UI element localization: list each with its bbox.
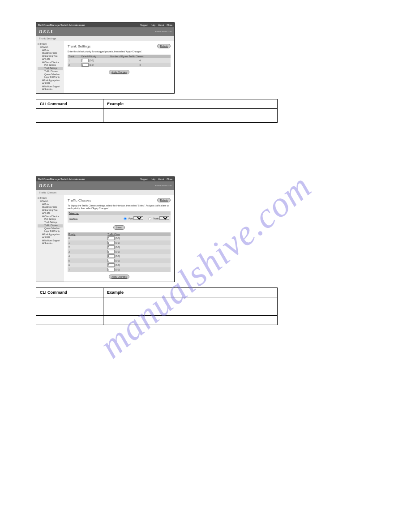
traffic-table: Priority Traffic Class 0 (0-3) 1 (0-3) 2… bbox=[68, 232, 171, 272]
interface-label: Interface bbox=[69, 218, 77, 220]
support-link[interactable]: Support bbox=[140, 24, 148, 26]
refresh-button[interactable]: Refresh bbox=[157, 44, 171, 48]
tree-node[interactable]: ⊞ VLAN bbox=[38, 58, 63, 61]
select-button[interactable]: Select bbox=[113, 225, 125, 230]
cell-priority: 2 bbox=[68, 245, 107, 249]
col-priority: Priority bbox=[68, 232, 107, 236]
nav-tree[interactable]: ⊟ System ⊟ Switch ⊞ Ports ⊞ Address Tabl… bbox=[36, 195, 64, 282]
tree-node[interactable]: ⊞ VLAN bbox=[38, 212, 63, 215]
cli-header-command: CLI Command bbox=[36, 99, 103, 109]
tree-node[interactable]: Trunk Settings bbox=[38, 221, 63, 224]
breadcrumb: Traffic Classes bbox=[36, 190, 174, 195]
tree-node[interactable]: ⊞ SNMP bbox=[38, 236, 63, 240]
tree-node[interactable]: ⊞ Link Aggregation bbox=[38, 79, 63, 82]
range-label: (0-3) bbox=[116, 246, 120, 249]
tree-node[interactable]: ⊞ SNMP bbox=[38, 82, 63, 86]
tree-node[interactable]: Layer 3/4 Priority bbox=[38, 76, 63, 79]
trunk-select[interactable]: 1 bbox=[159, 216, 169, 220]
tree-node[interactable]: ⊞ Link Aggregation bbox=[38, 233, 63, 236]
page-heading: Traffic Classes bbox=[68, 198, 91, 202]
nav-tree[interactable]: ⊟ System ⊟ Switch ⊞ Ports ⊞ Address Tabl… bbox=[36, 41, 64, 93]
tree-node[interactable]: ⊞ Address Table bbox=[38, 206, 63, 209]
document-page: Dell OpenManage Switch Administrator Sup… bbox=[0, 0, 411, 348]
close-link[interactable]: Close bbox=[167, 178, 172, 180]
tree-node[interactable]: ⊞ Spanning Tree bbox=[38, 209, 63, 212]
tree-node[interactable]: ⊞ Spanning Tree bbox=[38, 55, 63, 58]
tree-node[interactable]: ⊟ Switch bbox=[38, 200, 63, 203]
cli-table-2: CLI Command Example bbox=[36, 287, 278, 325]
tree-node[interactable]: ⊞ Address Table bbox=[38, 52, 63, 55]
logo-bar: DELL PowerConnect 3248 bbox=[36, 181, 174, 190]
cell-priority: 4 bbox=[68, 254, 107, 258]
tree-node[interactable]: ⊟ Class of Service bbox=[38, 61, 63, 64]
page-heading: Trunk Settings bbox=[68, 44, 90, 48]
cell-priority: 1 bbox=[68, 240, 107, 245]
trunk-table: Trunk Default Priority Number of Egress … bbox=[68, 55, 171, 67]
class-input[interactable] bbox=[107, 263, 115, 267]
trunk-radio[interactable] bbox=[148, 217, 151, 220]
dell-logo: DELL bbox=[39, 183, 54, 188]
range-label: (0-3) bbox=[116, 268, 120, 271]
port-select[interactable]: 1 bbox=[133, 216, 143, 220]
apply-changes-button[interactable]: Apply Changes bbox=[109, 275, 129, 279]
breadcrumb: Trunk Settings bbox=[36, 36, 174, 41]
class-input[interactable] bbox=[107, 250, 115, 253]
logo-bar: DELL PowerConnect 3248 bbox=[36, 27, 174, 36]
priority-input[interactable] bbox=[81, 59, 89, 62]
class-input[interactable] bbox=[107, 241, 115, 245]
class-input[interactable] bbox=[107, 254, 115, 258]
cell-priority: 6 bbox=[68, 263, 107, 267]
tree-node[interactable]: Queue Schedule bbox=[38, 73, 63, 77]
tree-node[interactable]: ⊟ Switch bbox=[38, 46, 63, 49]
cli-header-command: CLI Command bbox=[36, 288, 103, 297]
cell-classes: 4 bbox=[109, 58, 171, 63]
tree-node[interactable]: ⊞ Ports bbox=[38, 49, 63, 52]
main-panel: Traffic Classes Refresh To display the T… bbox=[64, 195, 174, 282]
support-link[interactable]: Support bbox=[140, 178, 148, 180]
tree-node[interactable]: Port Settings bbox=[38, 218, 63, 221]
apply-changes-button[interactable]: Apply Changes bbox=[109, 70, 129, 74]
about-link[interactable]: About bbox=[158, 24, 164, 26]
col-traffic-class: Traffic Class bbox=[107, 232, 171, 236]
tree-node[interactable]: Layer 3/4 Priority bbox=[38, 230, 63, 233]
range-label: (0-3) bbox=[116, 241, 120, 244]
tree-node[interactable]: ⊟ System bbox=[38, 43, 63, 46]
tree-node[interactable]: ⊞ Ports bbox=[38, 203, 63, 206]
table-row bbox=[36, 109, 278, 123]
table-row bbox=[36, 297, 278, 316]
range-label: (0-7) bbox=[89, 59, 94, 62]
priority-input[interactable] bbox=[81, 63, 89, 67]
tree-node[interactable]: ⊞ Statistics bbox=[38, 242, 63, 245]
tree-node[interactable]: Traffic Classes bbox=[38, 70, 63, 73]
close-link[interactable]: Close bbox=[167, 24, 172, 26]
model-label: PowerConnect 3248 bbox=[155, 184, 171, 187]
table-row: 5 (0-3) bbox=[68, 258, 171, 263]
help-link[interactable]: Help bbox=[151, 178, 155, 180]
class-input[interactable] bbox=[107, 259, 115, 262]
cli-header-example: Example bbox=[103, 99, 278, 109]
refresh-button[interactable]: Refresh bbox=[157, 198, 171, 202]
tree-node-selected[interactable]: Traffic Classes bbox=[38, 224, 63, 227]
tree-node[interactable]: ⊞ Statistics bbox=[38, 88, 63, 91]
class-input[interactable] bbox=[107, 268, 115, 271]
tree-node[interactable]: ⊞ Multicast Support bbox=[38, 86, 63, 89]
app-title: Dell OpenManage Switch Administrator bbox=[38, 24, 85, 26]
tree-node[interactable]: ⊟ System bbox=[38, 197, 63, 200]
class-input[interactable] bbox=[107, 245, 115, 249]
class-input[interactable] bbox=[107, 236, 115, 240]
range-label: (0-3) bbox=[116, 255, 120, 257]
about-link[interactable]: About bbox=[158, 178, 164, 180]
tree-node-selected[interactable]: Trunk Settings bbox=[38, 67, 63, 70]
dell-logo: DELL bbox=[39, 29, 54, 34]
tree-node[interactable]: Queue Schedule bbox=[38, 227, 63, 231]
table-row: 1 (0-3) bbox=[68, 240, 171, 245]
traffic-classes-screenshot: Dell OpenManage Switch Administrator Sup… bbox=[36, 176, 175, 282]
titlebar-links: Support Help About Close bbox=[140, 178, 172, 180]
help-link[interactable]: Help bbox=[151, 24, 155, 26]
cell-trunk: 2 bbox=[68, 63, 81, 67]
cell-priority: 7 bbox=[68, 267, 107, 272]
tree-node[interactable]: ⊟ Class of Service bbox=[38, 215, 63, 219]
port-radio[interactable] bbox=[124, 217, 127, 220]
tree-node[interactable]: Port Settings bbox=[38, 64, 63, 67]
tree-node[interactable]: ⊞ Multicast Support bbox=[38, 240, 63, 243]
